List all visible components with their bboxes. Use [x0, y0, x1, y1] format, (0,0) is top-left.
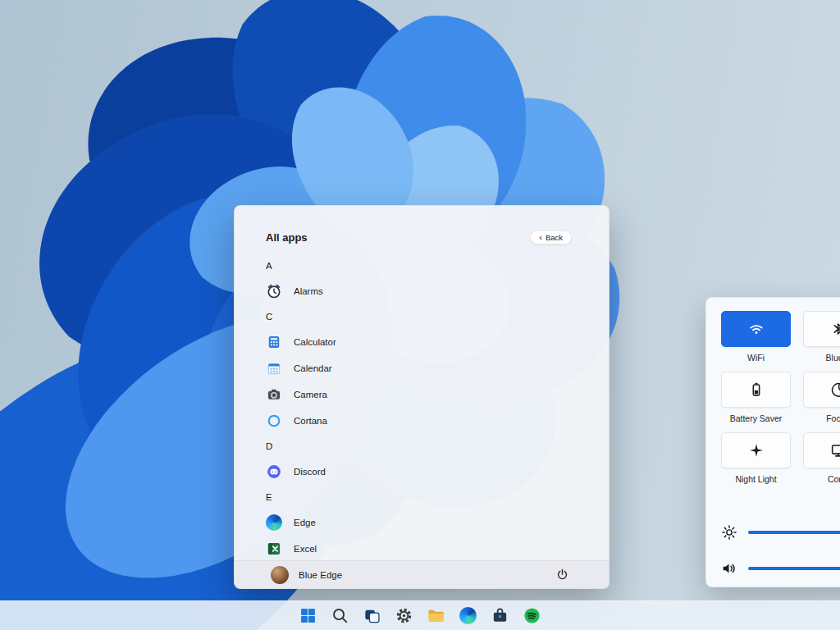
calculator-icon [266, 334, 282, 350]
connect-icon [829, 441, 840, 459]
edge-button[interactable] [456, 604, 481, 628]
folder-icon [427, 606, 445, 625]
app-row-cortana[interactable]: Cortana [266, 408, 592, 434]
app-label: Alarms [294, 286, 323, 296]
brightness-icon [720, 523, 738, 541]
battery-saver-button[interactable] [721, 372, 791, 408]
brightness-slider[interactable] [748, 531, 840, 534]
app-row-excel[interactable]: Excel [266, 536, 592, 559]
battery-icon [747, 381, 765, 399]
wifi-icon [747, 320, 765, 338]
letter-header-d[interactable]: D [266, 434, 592, 459]
search-icon [331, 606, 349, 625]
app-row-camera[interactable]: Camera [266, 381, 592, 408]
focus-button[interactable] [803, 372, 840, 408]
volume-slider[interactable] [748, 567, 840, 570]
tile-focus: Focus [803, 372, 840, 423]
chevron-left-icon: ‹ [539, 233, 542, 242]
alarms-icon [266, 283, 282, 299]
tile-connect: Conn [803, 432, 840, 484]
bluetooth-icon [829, 320, 840, 338]
volume-slider-row [720, 558, 840, 579]
tile-label: Night Light [735, 474, 776, 484]
discord-icon [266, 463, 282, 480]
cortana-icon [266, 413, 282, 429]
app-label: Camera [294, 390, 327, 399]
file-explorer-button[interactable] [424, 604, 449, 628]
all-apps-title: All apps [266, 231, 308, 244]
app-label: Cortana [294, 416, 327, 426]
store-button[interactable] [488, 604, 513, 628]
task-view-icon [363, 606, 381, 625]
brightness-slider-row [720, 522, 840, 543]
letter-header-a[interactable]: A [266, 253, 592, 278]
excel-icon [266, 541, 282, 557]
power-icon [555, 568, 569, 582]
user-profile-button[interactable]: Blue Edge [271, 566, 342, 584]
back-button[interactable]: ‹ Back [530, 231, 572, 244]
store-icon [491, 606, 509, 625]
app-row-calculator[interactable]: Calculator [266, 329, 592, 355]
tile-night-light: Night Light [721, 432, 791, 484]
settings-button[interactable] [392, 604, 417, 628]
app-row-edge[interactable]: Edge [266, 509, 592, 536]
search-button[interactable] [328, 604, 353, 628]
edge-icon [266, 514, 282, 531]
power-button[interactable] [551, 564, 573, 586]
spotify-icon [523, 606, 541, 625]
night-light-icon [747, 441, 765, 459]
wifi-button[interactable] [721, 311, 791, 347]
app-label: Excel [294, 544, 317, 554]
volume-icon [720, 559, 738, 578]
tile-label: Blueto [826, 353, 840, 363]
app-row-alarms[interactable]: Alarms [266, 278, 592, 304]
edge-icon [459, 607, 477, 624]
start-menu-footer: Blue Edge [235, 560, 609, 588]
tile-wifi: WiFi [721, 311, 791, 363]
taskbar [0, 600, 840, 630]
user-name: Blue Edge [299, 570, 342, 580]
quick-settings-panel: WiFi Blueto Battery Sa [705, 297, 840, 587]
calendar-icon [266, 360, 282, 377]
camera-icon [266, 386, 282, 403]
app-label: Calculator [294, 337, 336, 347]
start-button[interactable] [296, 604, 321, 628]
spotify-button[interactable] [520, 604, 545, 628]
app-row-discord[interactable]: Discord [266, 459, 592, 485]
app-label: Discord [294, 467, 326, 477]
tile-label: WiFi [747, 353, 765, 363]
tile-label: Focus [826, 413, 840, 423]
app-row-calendar[interactable]: Calendar [266, 355, 592, 381]
connect-button[interactable] [803, 432, 840, 468]
letter-header-c[interactable]: C [266, 304, 592, 329]
bluetooth-button[interactable] [803, 311, 840, 347]
gear-icon [395, 606, 413, 625]
app-label: Calendar [294, 363, 332, 373]
night-light-button[interactable] [721, 432, 791, 468]
quick-settings-tiles: WiFi Blueto Battery Sa [721, 311, 840, 484]
app-list: A Alarms C [266, 253, 592, 559]
start-menu-all-apps-panel: All apps ‹ Back A Alarms C [234, 205, 609, 589]
tile-battery-saver: Battery Saver [721, 372, 791, 423]
moon-icon [829, 381, 840, 399]
avatar [271, 566, 289, 584]
task-view-button[interactable] [360, 604, 385, 628]
tile-label: Battery Saver [730, 413, 783, 423]
letter-header-e[interactable]: E [266, 485, 592, 509]
windows-start-icon [299, 606, 317, 625]
back-label: Back [546, 233, 563, 242]
tile-label: Conn [828, 474, 840, 484]
tile-bluetooth: Blueto [803, 311, 840, 363]
app-label: Edge [294, 518, 316, 527]
